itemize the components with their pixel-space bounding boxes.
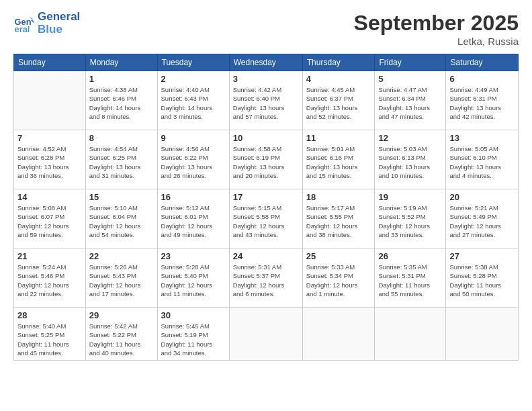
location: Letka, Russia	[354, 36, 519, 47]
logo-text: General Blue	[38, 11, 80, 36]
day-number: 11	[306, 133, 371, 143]
day-info: Sunrise: 4:40 AMSunset: 6:43 PMDaylight:…	[161, 85, 226, 121]
day-info: Sunrise: 5:19 AMSunset: 5:52 PMDaylight:…	[378, 203, 442, 239]
day-info: Sunrise: 5:21 AMSunset: 5:49 PMDaylight:…	[449, 203, 515, 239]
day-info: Sunrise: 5:31 AMSunset: 5:37 PMDaylight:…	[233, 263, 299, 298]
svg-text:eral: eral	[15, 24, 30, 34]
calendar-cell	[302, 308, 375, 361]
day-info: Sunrise: 5:35 AMSunset: 5:31 PMDaylight:…	[378, 263, 442, 298]
col-friday: Friday	[375, 54, 446, 71]
calendar-cell	[446, 308, 519, 361]
day-number: 18	[306, 192, 371, 202]
day-number: 26	[378, 251, 442, 261]
calendar-cell: 15Sunrise: 5:10 AMSunset: 6:04 PMDayligh…	[85, 189, 157, 248]
calendar-cell: 12Sunrise: 5:03 AMSunset: 6:13 PMDayligh…	[375, 130, 446, 189]
day-info: Sunrise: 5:42 AMSunset: 5:22 PMDaylight:…	[89, 322, 154, 357]
day-info: Sunrise: 5:40 AMSunset: 5:25 PMDaylight:…	[17, 322, 82, 357]
day-number: 1	[89, 74, 154, 84]
calendar-cell: 22Sunrise: 5:26 AMSunset: 5:43 PMDayligh…	[85, 248, 157, 308]
day-info: Sunrise: 4:45 AMSunset: 6:37 PMDaylight:…	[306, 85, 371, 121]
calendar-cell: 16Sunrise: 5:12 AMSunset: 6:01 PMDayligh…	[157, 189, 229, 248]
calendar-cell	[229, 308, 302, 361]
day-info: Sunrise: 5:28 AMSunset: 5:40 PMDaylight:…	[161, 263, 226, 298]
calendar-cell: 19Sunrise: 5:19 AMSunset: 5:52 PMDayligh…	[375, 189, 446, 248]
calendar-cell: 3Sunrise: 4:42 AMSunset: 6:40 PMDaylight…	[229, 71, 302, 130]
day-info: Sunrise: 5:10 AMSunset: 6:04 PMDaylight:…	[89, 203, 154, 239]
day-number: 13	[449, 133, 515, 143]
day-number: 15	[89, 192, 154, 202]
day-info: Sunrise: 4:56 AMSunset: 6:22 PMDaylight:…	[161, 144, 226, 180]
calendar-cell: 6Sunrise: 4:49 AMSunset: 6:31 PMDaylight…	[446, 71, 519, 130]
day-info: Sunrise: 4:42 AMSunset: 6:40 PMDaylight:…	[233, 85, 299, 121]
day-number: 29	[89, 310, 154, 320]
day-number: 12	[378, 133, 442, 143]
day-info: Sunrise: 4:47 AMSunset: 6:34 PMDaylight:…	[378, 85, 442, 121]
calendar-cell: 17Sunrise: 5:15 AMSunset: 5:58 PMDayligh…	[229, 189, 302, 248]
calendar-cell: 8Sunrise: 4:54 AMSunset: 6:25 PMDaylight…	[85, 130, 157, 189]
day-number: 10	[233, 133, 299, 143]
logo-icon: Gen eral	[13, 13, 35, 34]
logo: Gen eral General Blue	[13, 11, 80, 36]
calendar-cell	[375, 308, 446, 361]
calendar-cell: 23Sunrise: 5:28 AMSunset: 5:40 PMDayligh…	[157, 248, 229, 308]
calendar-cell: 25Sunrise: 5:33 AMSunset: 5:34 PMDayligh…	[302, 248, 375, 308]
day-number: 17	[233, 192, 299, 202]
day-info: Sunrise: 5:01 AMSunset: 6:16 PMDaylight:…	[306, 144, 371, 180]
day-info: Sunrise: 5:24 AMSunset: 5:46 PMDaylight:…	[17, 263, 82, 298]
day-info: Sunrise: 4:49 AMSunset: 6:31 PMDaylight:…	[449, 85, 515, 121]
calendar-cell: 4Sunrise: 4:45 AMSunset: 6:37 PMDaylight…	[302, 71, 375, 130]
day-number: 22	[89, 251, 154, 261]
calendar-cell: 21Sunrise: 5:24 AMSunset: 5:46 PMDayligh…	[14, 248, 86, 308]
calendar-cell: 11Sunrise: 5:01 AMSunset: 6:16 PMDayligh…	[302, 130, 375, 189]
day-info: Sunrise: 4:38 AMSunset: 6:46 PMDaylight:…	[89, 85, 154, 121]
day-info: Sunrise: 5:17 AMSunset: 5:55 PMDaylight:…	[306, 203, 371, 239]
day-number: 14	[17, 192, 82, 202]
col-thursday: Thursday	[302, 54, 375, 71]
day-number: 20	[449, 192, 515, 202]
day-info: Sunrise: 5:15 AMSunset: 5:58 PMDaylight:…	[233, 203, 299, 239]
day-number: 28	[17, 310, 82, 320]
day-number: 2	[161, 74, 226, 84]
day-number: 21	[17, 251, 82, 261]
day-number: 6	[449, 74, 515, 84]
calendar-cell: 27Sunrise: 5:38 AMSunset: 5:28 PMDayligh…	[446, 248, 519, 308]
col-tuesday: Tuesday	[157, 54, 229, 71]
day-number: 16	[161, 192, 226, 202]
day-number: 23	[161, 251, 226, 261]
day-info: Sunrise: 5:08 AMSunset: 6:07 PMDaylight:…	[17, 203, 82, 239]
calendar-cell: 24Sunrise: 5:31 AMSunset: 5:37 PMDayligh…	[229, 248, 302, 308]
calendar-cell: 10Sunrise: 4:58 AMSunset: 6:19 PMDayligh…	[229, 130, 302, 189]
calendar-cell: 5Sunrise: 4:47 AMSunset: 6:34 PMDaylight…	[375, 71, 446, 130]
calendar-cell: 29Sunrise: 5:42 AMSunset: 5:22 PMDayligh…	[85, 308, 157, 361]
calendar-cell: 1Sunrise: 4:38 AMSunset: 6:46 PMDaylight…	[85, 71, 157, 130]
calendar-cell: 9Sunrise: 4:56 AMSunset: 6:22 PMDaylight…	[157, 130, 229, 189]
calendar-cell: 20Sunrise: 5:21 AMSunset: 5:49 PMDayligh…	[446, 189, 519, 248]
day-info: Sunrise: 4:54 AMSunset: 6:25 PMDaylight:…	[89, 144, 154, 180]
calendar-cell: 13Sunrise: 5:05 AMSunset: 6:10 PMDayligh…	[446, 130, 519, 189]
day-number: 4	[306, 74, 371, 84]
day-number: 7	[17, 133, 82, 143]
svg-marker-3	[31, 20, 35, 24]
day-info: Sunrise: 5:03 AMSunset: 6:13 PMDaylight:…	[378, 144, 442, 180]
page: Gen eral General Blue September 2025 Let…	[0, 0, 532, 411]
day-info: Sunrise: 5:12 AMSunset: 6:01 PMDaylight:…	[161, 203, 226, 239]
calendar-cell	[14, 71, 86, 130]
month-title: September 2025	[354, 11, 519, 36]
day-number: 24	[233, 251, 299, 261]
calendar-cell: 18Sunrise: 5:17 AMSunset: 5:55 PMDayligh…	[302, 189, 375, 248]
col-wednesday: Wednesday	[229, 54, 302, 71]
calendar-cell: 28Sunrise: 5:40 AMSunset: 5:25 PMDayligh…	[14, 308, 86, 361]
day-info: Sunrise: 5:05 AMSunset: 6:10 PMDaylight:…	[449, 144, 515, 180]
col-saturday: Saturday	[446, 54, 519, 71]
calendar-cell: 14Sunrise: 5:08 AMSunset: 6:07 PMDayligh…	[14, 189, 86, 248]
day-info: Sunrise: 5:26 AMSunset: 5:43 PMDaylight:…	[89, 263, 154, 298]
calendar-cell: 7Sunrise: 4:52 AMSunset: 6:28 PMDaylight…	[14, 130, 86, 189]
day-number: 27	[449, 251, 515, 261]
calendar-cell: 26Sunrise: 5:35 AMSunset: 5:31 PMDayligh…	[375, 248, 446, 308]
day-info: Sunrise: 5:38 AMSunset: 5:28 PMDaylight:…	[449, 263, 515, 298]
day-info: Sunrise: 4:58 AMSunset: 6:19 PMDaylight:…	[233, 144, 299, 180]
calendar-table: Sunday Monday Tuesday Wednesday Thursday…	[13, 54, 519, 361]
day-number: 25	[306, 251, 371, 261]
day-info: Sunrise: 5:33 AMSunset: 5:34 PMDaylight:…	[306, 263, 371, 298]
day-number: 8	[89, 133, 154, 143]
